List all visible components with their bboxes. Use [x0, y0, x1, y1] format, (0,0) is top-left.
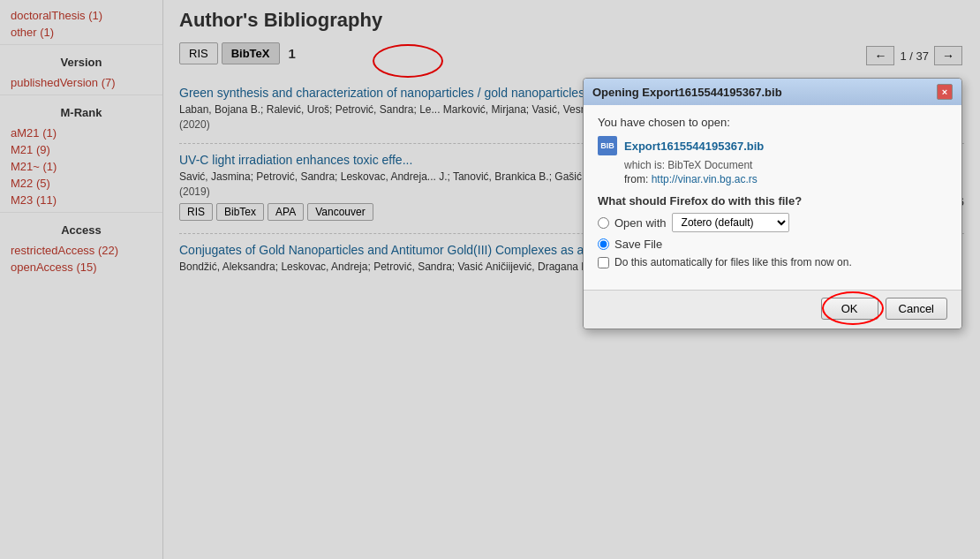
modal-openwith-radio[interactable]	[598, 217, 609, 229]
modal-auto-checkbox[interactable]	[598, 257, 609, 268]
modal-checkbox-row: Do this automatically for files like thi…	[598, 256, 947, 268]
modal-title: Opening Export1615544195367.bib	[592, 86, 782, 99]
modal-checkbox-label: Do this automatically for files like thi…	[614, 256, 852, 268]
modal-savefile-radio[interactable]	[598, 238, 609, 250]
modal-from-url: http://vinar.vin.bg.ac.rs	[652, 173, 758, 185]
modal-openwith-label: Open with	[614, 216, 667, 230]
modal-overlay: Opening Export1615544195367.bib × You ha…	[163, 0, 980, 559]
modal-savefile-label: Save File	[614, 238, 662, 251]
file-icon: BIB	[598, 136, 617, 155]
modal-question: What should Firefox do with this file?	[598, 194, 947, 208]
modal-titlebar: Opening Export1615544195367.bib ×	[584, 79, 961, 105]
main-content: Author's Bibliography RIS BibTeX 1 ← 1 /…	[163, 0, 980, 559]
modal-chosen-text: You have chosen to open:	[598, 116, 947, 129]
modal-file-row: BIB Export1615544195367.bib	[598, 136, 947, 155]
modal-savefile-row: Save File	[598, 238, 947, 251]
modal-footer: OK Cancel	[584, 290, 961, 329]
modal-filename: Export1615544195367.bib	[624, 140, 764, 153]
modal-openwith-select[interactable]: Zotero (default)	[672, 213, 789, 232]
modal-openwith-row: Open with Zotero (default)	[598, 213, 947, 232]
modal-close-button[interactable]: ×	[937, 84, 953, 100]
file-open-dialog: Opening Export1615544195367.bib × You ha…	[583, 78, 962, 329]
modal-which-is: which is: BibTeX Document	[624, 159, 947, 171]
modal-cancel-button[interactable]: Cancel	[886, 298, 947, 320]
modal-body: You have chosen to open: BIB Export16155…	[584, 105, 961, 290]
modal-from: from: http://vinar.vin.bg.ac.rs	[624, 173, 947, 185]
modal-ok-button[interactable]: OK	[821, 298, 878, 320]
